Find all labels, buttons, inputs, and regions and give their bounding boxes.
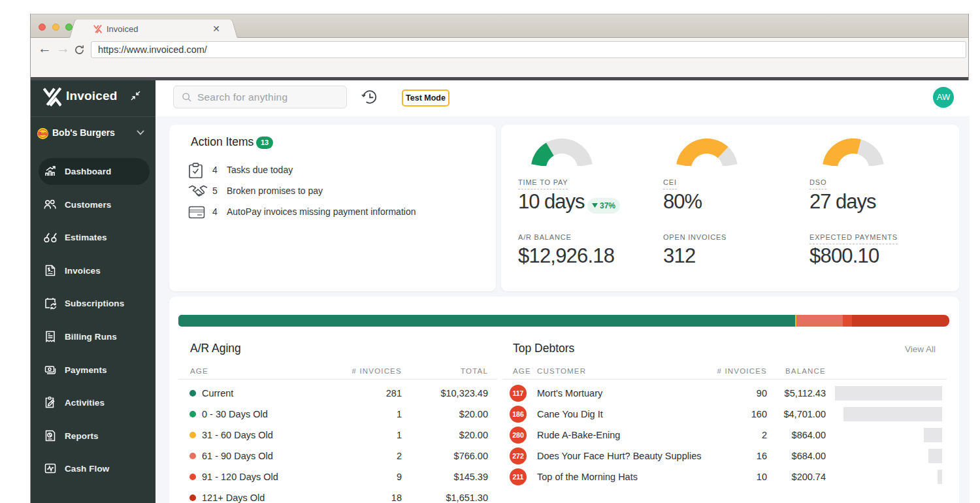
svg-text:Bob: Bob <box>39 131 47 136</box>
